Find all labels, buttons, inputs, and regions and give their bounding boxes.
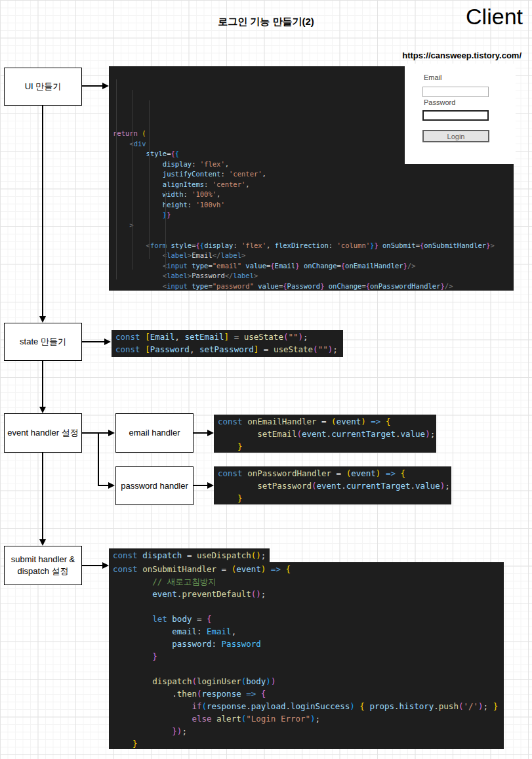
arrowhead-icon [39, 316, 46, 323]
email-label: Email [424, 73, 442, 81]
arrowhead-icon [102, 562, 109, 569]
indent-guide [149, 100, 150, 259]
code-block-password-handler: const onPasswordHandler = (event) => { s… [214, 466, 451, 504]
flow-box-submit-handler: submit handler & dispatch 설정 [4, 546, 82, 585]
blog-url: https://cansweep.tistory.com/ [402, 51, 522, 60]
code-block-email-handler: const onEmailHandler = (event) => { setE… [214, 415, 436, 453]
login-form-preview: Email Password Login [405, 64, 516, 164]
flow-box-password-handler: password handler [115, 466, 194, 505]
indent-guide [165, 191, 166, 270]
arrowhead-icon [207, 482, 214, 489]
code-block-dispatch: const dispatch = useDispatch(); [109, 548, 270, 562]
arrowhead-icon [108, 430, 115, 436]
flow-box-state: state 만들기 [4, 323, 82, 361]
page-title: 로그인 기능 만들기(2) [0, 16, 532, 28]
arrowhead-icon [102, 83, 109, 89]
indent-guide [133, 90, 133, 270]
client-heading: Client [466, 4, 523, 30]
arrowhead-icon [207, 430, 214, 436]
password-input[interactable] [422, 110, 489, 121]
code-block-submit-handler: const onSubmitHandler = (event) => { // … [109, 562, 504, 749]
arrowhead-icon [39, 539, 46, 546]
password-label: Password [424, 98, 455, 106]
flow-box-email-handler: email handler [115, 413, 194, 453]
indent-guide [116, 79, 117, 279]
code-block-state: const [Email, setEmail] = useState("");c… [112, 330, 343, 357]
flow-box-event-handler: event handler 설정 [4, 413, 82, 453]
login-button[interactable]: Login [422, 130, 489, 142]
arrowhead-icon [39, 407, 46, 413]
email-input[interactable] [422, 87, 489, 97]
arrowhead-icon [108, 482, 115, 489]
flow-box-ui: UI 만들기 [4, 68, 82, 106]
arrowhead-icon [104, 338, 111, 345]
diagram-canvas: 로그인 기능 만들기(2) Client https://cansweep.ti… [0, 0, 532, 759]
